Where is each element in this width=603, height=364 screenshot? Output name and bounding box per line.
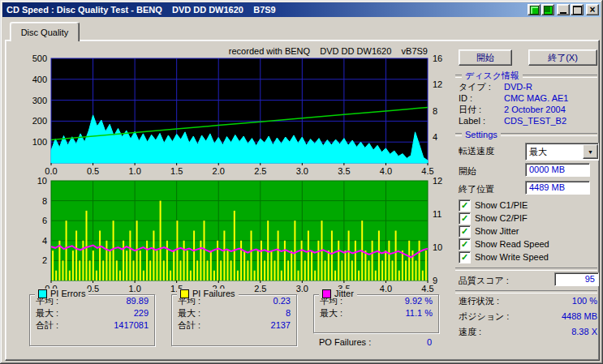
window-title: CD Speed : Disc Quality Test - BENQ DVD … — [6, 5, 276, 15]
disc-quality-page: recorded with BENQ DVD DD DW1620 vB7S9 1… — [5, 40, 600, 361]
divider — [455, 268, 597, 271]
end-position-label: 終了位置 — [459, 183, 494, 195]
jitter-legend: Jitter 平均 :9.92 % 最大 :11.1 % — [313, 294, 439, 333]
progress-row: 進行状況 : 100 % — [459, 296, 597, 306]
max-label: 最大 : — [320, 307, 342, 319]
maximize-button[interactable] — [571, 4, 584, 15]
start-position-field[interactable]: 0000 MB — [525, 163, 590, 177]
y-axis-tick-label: 4 — [42, 236, 47, 246]
disc-label-value: CDS_TEST_B2 — [504, 116, 566, 126]
position-row: ポジション : 4488 MB — [459, 311, 597, 322]
x-axis-tick-label: 3.0 — [296, 284, 308, 293]
total-label: 合計 : — [36, 319, 58, 332]
jitter-legend-label: Jitter — [334, 289, 354, 298]
pi-failures-chart-svg: 24681091011120.00.51.01.52.02.53.03.54.0… — [25, 174, 447, 294]
x-axis-tick-label: 4.5 — [421, 284, 433, 293]
checkbox-show-jitter[interactable]: ✓ Show Jitter — [459, 225, 519, 237]
y-axis-tick-label: 8 — [42, 196, 47, 206]
save-button[interactable] — [541, 4, 554, 15]
close-button[interactable]: × — [586, 4, 599, 15]
checkbox-box[interactable]: ✓ — [459, 238, 471, 251]
x-axis-tick-label: 2.5 — [254, 284, 266, 293]
checkbox-label: Show Jitter — [475, 226, 519, 236]
start-button[interactable]: 開始 — [459, 49, 512, 66]
checkmark-icon: ✓ — [461, 201, 468, 210]
pi-errors-chart-svg: 1002003004005004812160.00.51.01.52.02.53… — [25, 48, 447, 178]
speed-select-value: 最大 — [526, 146, 583, 158]
divider — [455, 133, 462, 136]
checkbox-box[interactable]: ✓ — [459, 251, 471, 263]
titlebar: CD Speed : Disc Quality Test - BENQ DVD … — [2, 2, 601, 17]
checkbox-label: Show C2/PIF — [475, 213, 528, 223]
settings-header: Settings — [455, 130, 597, 139]
checkbox-box[interactable]: ✓ — [459, 225, 471, 238]
speed-select[interactable]: 最大 ▼ — [525, 143, 599, 161]
tab-label: Disc Quality — [21, 28, 69, 37]
avg-value: 0.23 — [274, 295, 291, 307]
copy-button[interactable] — [528, 4, 541, 15]
speed-label: 転送速度 — [459, 145, 494, 157]
y2-axis-tick-label: 12 — [433, 176, 442, 186]
disc-label-label: Label : — [459, 116, 504, 126]
position-value: 4488 MB — [562, 311, 597, 322]
pi-errors-legend: PI Errors 平均 :89.89 最大 :229 合計 :1417081 — [29, 294, 155, 346]
pi-errors-chart: 1002003004005004812160.00.51.01.52.02.53… — [25, 48, 447, 179]
y-axis-tick-label: 2 — [42, 255, 47, 265]
x-axis-tick-label: 4.0 — [380, 284, 392, 293]
checkbox-label: Show Read Speed — [475, 239, 549, 249]
minimize-button[interactable] — [557, 4, 570, 15]
max-label: 最大 : — [178, 307, 200, 319]
plot-background — [51, 181, 428, 280]
y2-axis-tick-label: 8 — [433, 106, 437, 116]
exit-button-label: 終了(X) — [548, 52, 578, 64]
y-axis-tick-label: 6 — [42, 216, 47, 225]
checkbox-show-read-speed[interactable]: ✓ Show Read Speed — [459, 238, 549, 250]
divider — [501, 133, 597, 136]
avg-value: 89.89 — [126, 295, 149, 307]
checkmark-icon: ✓ — [461, 227, 468, 236]
disc-type-row: タイプ : DVD-R — [459, 82, 597, 92]
disc-date-value: 2 October 2004 — [504, 105, 566, 115]
settings-header-label: Settings — [465, 130, 497, 139]
disc-id-label: ID : — [459, 93, 504, 104]
max-label: 最大 : — [36, 307, 58, 319]
checkbox-show-c2-pif[interactable]: ✓ Show C2/PIF — [459, 212, 528, 224]
legend-row: 合計 :2137 — [172, 319, 296, 332]
y2-axis-tick-label: 4 — [433, 132, 437, 142]
pi-failures-chart: 24681091011120.00.51.01.52.02.53.03.54.0… — [25, 174, 447, 296]
checkbox-box[interactable]: ✓ — [459, 212, 471, 225]
po-failures-value: 0 — [427, 337, 432, 348]
legend-row: 最大 :8 — [172, 307, 296, 319]
checkmark-icon: ✓ — [461, 253, 468, 262]
quality-score-field: 95 — [554, 272, 599, 286]
y-axis-tick-label: 300 — [32, 96, 47, 105]
avg-value: 9.92 % — [405, 295, 433, 307]
checkbox-label: Show C1/PIE — [475, 200, 528, 210]
quality-score-label: 品質スコア : — [459, 275, 509, 287]
y-axis-tick-label: 200 — [32, 116, 47, 126]
disc-info-header: ディスク情報 — [455, 70, 597, 82]
y-axis-tick-label: 400 — [32, 75, 47, 84]
checkbox-show-write-speed[interactable]: ✓ Show Write Speed — [459, 251, 549, 263]
disc-id-value: CMC MAG. AE1 — [504, 93, 568, 104]
checkbox-box[interactable]: ✓ — [459, 199, 471, 212]
maximize-icon — [573, 6, 582, 15]
tab-disc-quality[interactable]: Disc Quality — [10, 22, 80, 41]
max-value: 11.1 % — [406, 307, 433, 319]
speed-value: 8.38 X — [571, 327, 597, 337]
checkbox-label: Show Write Speed — [475, 252, 549, 262]
start-position-label: 開始 — [459, 165, 476, 178]
app-window: CD Speed : Disc Quality Test - BENQ DVD … — [0, 0, 603, 364]
max-value: 229 — [134, 307, 149, 319]
speed-value-label: 速度 : — [459, 327, 481, 337]
y-axis-tick-label: 10 — [37, 176, 47, 186]
y-axis-tick-label: 100 — [32, 137, 47, 147]
exit-button[interactable]: 終了(X) — [528, 49, 597, 66]
pi-failures-swatch-icon — [180, 289, 189, 298]
end-position-field[interactable]: 4489 MB — [525, 181, 590, 195]
chevron-down-icon[interactable]: ▼ — [583, 144, 598, 159]
disc-label-row: Label : CDS_TEST_B2 — [459, 116, 597, 126]
checkbox-show-c1-pie[interactable]: ✓ Show C1/PIE — [459, 199, 528, 211]
total-value: 2137 — [271, 319, 291, 332]
legend-row: 合計 :1417081 — [30, 319, 154, 332]
